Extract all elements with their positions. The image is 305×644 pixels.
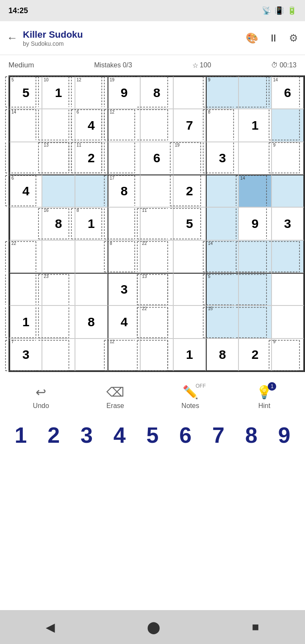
cell[interactable]: 146: [272, 76, 304, 109]
cell[interactable]: 19: [173, 142, 206, 175]
cell[interactable]: 55: [9, 76, 42, 109]
settings-icon[interactable]: ⚙: [289, 32, 298, 44]
cell[interactable]: 8: [206, 109, 238, 142]
cell[interactable]: 8: [206, 339, 238, 371]
cell[interactable]: 9: [238, 207, 271, 240]
cell[interactable]: 22: [140, 305, 173, 338]
cell[interactable]: 101: [42, 76, 75, 109]
cell[interactable]: 6: [140, 142, 173, 175]
cell[interactable]: 4: [108, 305, 140, 338]
cell[interactable]: [42, 175, 75, 207]
numpad-8[interactable]: 8: [236, 422, 266, 448]
cell[interactable]: [238, 142, 271, 175]
cell[interactable]: 12: [108, 339, 140, 371]
cell[interactable]: 13: [42, 142, 75, 175]
numpad-1[interactable]: 1: [6, 422, 36, 448]
numpad-6[interactable]: 6: [171, 422, 200, 448]
cell[interactable]: 112: [75, 142, 108, 175]
palette-icon[interactable]: 🎨: [246, 32, 258, 44]
cell[interactable]: [238, 240, 271, 273]
notes-button[interactable]: ✏️ OFF Notes: [181, 385, 199, 410]
cell[interactable]: 168: [42, 207, 75, 240]
cell[interactable]: 2: [238, 339, 271, 371]
cell[interactable]: [272, 109, 304, 142]
back-button[interactable]: ←: [7, 31, 18, 44]
numpad-9[interactable]: 9: [269, 422, 299, 448]
cell[interactable]: [238, 305, 271, 338]
cell[interactable]: 178: [108, 175, 140, 207]
cell[interactable]: 22: [9, 240, 42, 273]
cell[interactable]: [272, 175, 304, 207]
cell[interactable]: 5: [206, 273, 238, 305]
numpad-2[interactable]: 2: [39, 422, 69, 448]
numpad-7[interactable]: 7: [203, 422, 233, 448]
cell[interactable]: [173, 305, 206, 338]
cell[interactable]: [9, 273, 42, 305]
cell[interactable]: [173, 273, 206, 305]
numpad-5[interactable]: 5: [138, 422, 167, 448]
cell[interactable]: [108, 207, 140, 240]
nav-recent[interactable]: ■: [252, 620, 259, 634]
cell[interactable]: [75, 273, 108, 305]
cell[interactable]: [75, 175, 108, 207]
hint-button[interactable]: 💡 1 Hint: [256, 385, 272, 410]
cell[interactable]: [75, 240, 108, 273]
cell[interactable]: 15: [206, 305, 238, 338]
numpad-3[interactable]: 3: [72, 422, 101, 448]
cell[interactable]: [272, 305, 304, 338]
cell[interactable]: [140, 109, 173, 142]
cell[interactable]: [206, 207, 238, 240]
cell[interactable]: [42, 109, 75, 142]
nav-back[interactable]: ◀: [46, 620, 55, 634]
cell[interactable]: [173, 240, 206, 273]
cell[interactable]: 7: [173, 109, 206, 142]
cell[interactable]: 5: [173, 207, 206, 240]
cell[interactable]: [108, 142, 140, 175]
cell[interactable]: 9: [272, 339, 304, 371]
cell[interactable]: [272, 240, 304, 273]
cell[interactable]: 14: [206, 240, 238, 273]
cell[interactable]: 1: [9, 305, 42, 338]
cell[interactable]: [206, 175, 238, 207]
cell[interactable]: 73: [9, 339, 42, 371]
undo-button[interactable]: ↩ Undo: [33, 385, 49, 410]
cell[interactable]: 8: [75, 305, 108, 338]
cell[interactable]: 3: [272, 207, 304, 240]
cell[interactable]: 14: [238, 175, 271, 207]
cell[interactable]: 81: [75, 207, 108, 240]
cell[interactable]: 23: [42, 273, 75, 305]
cell[interactable]: [75, 339, 108, 371]
cell[interactable]: [238, 76, 271, 109]
numpad-4[interactable]: 4: [105, 422, 134, 448]
cell[interactable]: [140, 175, 173, 207]
cell[interactable]: 11: [140, 207, 173, 240]
nav-home[interactable]: ⬤: [147, 620, 160, 634]
cell[interactable]: 9: [272, 142, 304, 175]
pause-icon[interactable]: ⏸: [269, 32, 279, 44]
sudoku-grid[interactable]: 5510112199891461464127811311261939641782…: [8, 75, 305, 372]
cell[interactable]: 12: [108, 109, 140, 142]
cell[interactable]: 3: [206, 142, 238, 175]
cell[interactable]: [42, 240, 75, 273]
cell[interactable]: 8: [140, 76, 173, 109]
cell[interactable]: [173, 76, 206, 109]
cell[interactable]: [238, 273, 271, 305]
cell[interactable]: 199: [108, 76, 140, 109]
cell[interactable]: 13: [140, 273, 173, 305]
cell[interactable]: [9, 207, 42, 240]
cell[interactable]: 64: [9, 175, 42, 207]
cell[interactable]: [272, 273, 304, 305]
cell[interactable]: [9, 142, 42, 175]
cell[interactable]: 14: [9, 109, 42, 142]
cell[interactable]: [42, 305, 75, 338]
cell[interactable]: 22: [140, 240, 173, 273]
cell[interactable]: 8: [108, 240, 140, 273]
cell[interactable]: 3: [108, 273, 140, 305]
cell[interactable]: [140, 339, 173, 371]
cell[interactable]: [42, 339, 75, 371]
cell[interactable]: 64: [75, 109, 108, 142]
erase-button[interactable]: ⌫ Erase: [106, 385, 124, 410]
cell[interactable]: 1: [173, 339, 206, 371]
cell[interactable]: 12: [75, 76, 108, 109]
cell[interactable]: 1: [238, 109, 271, 142]
